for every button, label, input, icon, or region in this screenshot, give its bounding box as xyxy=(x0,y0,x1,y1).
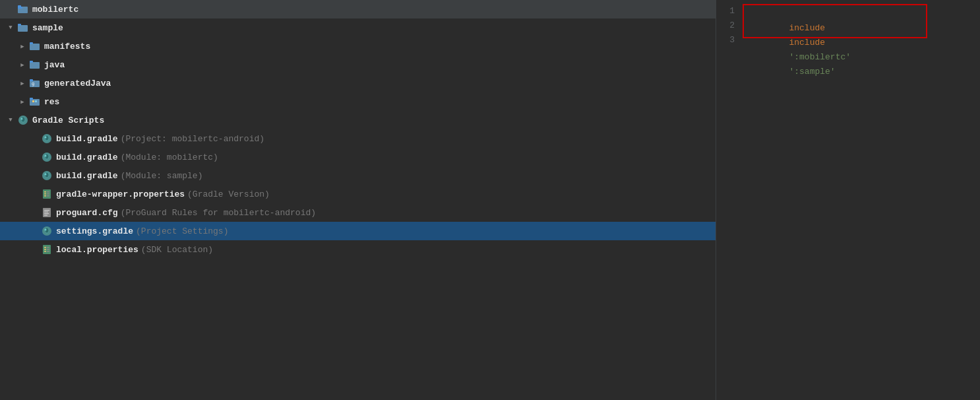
line-num-2: 2 xyxy=(716,18,735,33)
svg-point-18 xyxy=(21,118,23,120)
tree-item-sample[interactable]: sample xyxy=(0,18,716,37)
svg-rect-13 xyxy=(30,98,33,100)
tree-item-local-properties[interactable]: local.properties (SDK Location) xyxy=(0,240,716,259)
item-label-generated-java: generatedJava xyxy=(44,79,111,88)
svg-rect-46 xyxy=(44,251,46,252)
item-label-build-mobilertc: build.gradle xyxy=(56,152,118,162)
arrow-res xyxy=(17,96,28,107)
item-desc-local-properties: (SDK Location) xyxy=(141,245,213,255)
props-icon-local xyxy=(41,244,53,255)
svg-rect-47 xyxy=(47,247,49,248)
svg-rect-39 xyxy=(44,215,47,216)
code-content: include ':mobilertc' include ':sample' xyxy=(743,3,980,400)
arrow-java xyxy=(17,59,28,70)
folder-icon-manifests xyxy=(29,41,41,51)
svg-rect-8 xyxy=(30,61,33,63)
svg-rect-29 xyxy=(44,191,46,193)
tree-item-generated-java[interactable]: g generatedJava xyxy=(0,74,716,92)
item-label-build-sample: build.gradle xyxy=(56,171,118,181)
line-numbers: 1 2 3 xyxy=(716,3,743,400)
svg-rect-34 xyxy=(47,195,49,197)
item-desc-build-sample: (Module: sample) xyxy=(121,171,203,181)
item-label-local-properties: local.properties xyxy=(56,245,138,255)
item-label-mobilertc: mobilertc xyxy=(32,5,78,15)
folder-icon-res xyxy=(29,96,41,107)
tree-item-build-mobilertc[interactable]: build.gradle (Module: mobilertc) xyxy=(0,148,716,166)
svg-rect-33 xyxy=(47,193,49,195)
folder-icon-sample xyxy=(17,22,29,33)
svg-rect-36 xyxy=(44,210,49,211)
string-sample: ':sample' xyxy=(789,67,835,77)
item-label-gradle-scripts: Gradle Scripts xyxy=(32,116,104,125)
folder-icon-java xyxy=(29,59,41,70)
svg-rect-4 xyxy=(18,24,21,26)
tree-item-gradle-wrapper[interactable]: gradle-wrapper.properties (Gradle Versio… xyxy=(0,185,716,203)
svg-rect-31 xyxy=(44,195,46,197)
item-label-build-project: build.gradle xyxy=(56,134,118,144)
item-desc-proguard: (ProGuard Rules for mobilertc-android) xyxy=(121,208,316,218)
svg-rect-37 xyxy=(44,212,48,213)
svg-rect-44 xyxy=(44,247,46,248)
svg-point-27 xyxy=(45,174,47,176)
svg-rect-32 xyxy=(47,191,49,193)
item-desc-build-project: (Project: mobilertc-android) xyxy=(121,134,264,144)
tree-item-manifests[interactable]: manifests xyxy=(0,37,716,55)
item-desc-build-mobilertc: (Module: mobilertc) xyxy=(121,152,218,162)
gradle-icon-build-sample xyxy=(41,170,53,181)
highlighted-code-block: include ':mobilertc' include ':sample' xyxy=(743,4,927,38)
svg-rect-48 xyxy=(47,249,49,250)
tree-item-proguard[interactable]: proguard.cfg (ProGuard Rules for mobiler… xyxy=(0,203,716,222)
space-2 xyxy=(789,52,794,62)
tree-item-mobilertc[interactable]: mobilertc xyxy=(0,0,716,18)
item-label-java: java xyxy=(44,60,65,70)
svg-rect-12 xyxy=(30,99,40,106)
code-line-3 xyxy=(743,92,980,106)
svg-rect-49 xyxy=(47,251,49,252)
svg-text:g: g xyxy=(32,81,34,86)
folder-icon-mobilertc xyxy=(17,4,29,15)
gradle-icon-settings xyxy=(41,226,53,236)
proguard-icon xyxy=(41,207,53,218)
code-line-1: include ':mobilertc' xyxy=(748,7,922,21)
item-label-sample: sample xyxy=(32,23,63,33)
svg-rect-38 xyxy=(44,213,49,214)
svg-rect-2 xyxy=(18,5,21,7)
item-label-res: res xyxy=(44,97,59,107)
keyword-include-1: include xyxy=(789,23,825,33)
svg-rect-5 xyxy=(30,44,40,50)
file-tree: mobilertc sample manifests xyxy=(0,0,716,400)
item-desc-settings-gradle: (Project Settings) xyxy=(136,226,228,236)
svg-rect-30 xyxy=(44,193,46,195)
svg-rect-6 xyxy=(30,42,33,44)
keyword-include-2: include xyxy=(789,38,825,48)
line-num-1: 1 xyxy=(716,4,735,18)
svg-point-42 xyxy=(45,229,47,231)
tree-item-java[interactable]: java xyxy=(0,55,716,74)
gradle-icon-build-mobilertc xyxy=(41,152,53,162)
arrow-manifests xyxy=(17,41,28,51)
gradle-icon-build-project xyxy=(41,133,53,144)
svg-rect-14 xyxy=(32,100,34,102)
arrow-generated-java xyxy=(17,78,28,88)
tree-item-settings-gradle[interactable]: settings.gradle (Project Settings) xyxy=(0,222,716,240)
arrow-gradle-scripts xyxy=(5,115,16,125)
svg-rect-15 xyxy=(35,100,37,102)
svg-rect-45 xyxy=(44,249,46,250)
svg-rect-3 xyxy=(18,25,28,32)
tree-item-res[interactable]: res xyxy=(0,92,716,111)
code-editor: 1 2 3 include ':mobilertc' include ':sam… xyxy=(716,0,980,400)
arrow-sample xyxy=(5,22,16,33)
line-num-3: 3 xyxy=(716,33,735,48)
tree-item-build-project[interactable]: build.gradle (Project: mobilertc-android… xyxy=(0,129,716,148)
string-mobilertc: ':mobilertc' xyxy=(789,52,851,62)
gradle-icon-scripts xyxy=(17,115,29,125)
tree-item-gradle-scripts[interactable]: Gradle Scripts xyxy=(0,111,716,129)
item-desc-gradle-wrapper: (Gradle Version) xyxy=(187,189,270,199)
item-label-proguard: proguard.cfg xyxy=(56,208,118,218)
item-label-settings-gradle: settings.gradle xyxy=(56,226,133,236)
svg-rect-35 xyxy=(43,208,51,217)
svg-point-21 xyxy=(45,137,47,139)
tree-item-build-sample[interactable]: build.gradle (Module: sample) xyxy=(0,166,716,185)
svg-point-24 xyxy=(45,155,47,157)
svg-rect-7 xyxy=(30,62,40,69)
